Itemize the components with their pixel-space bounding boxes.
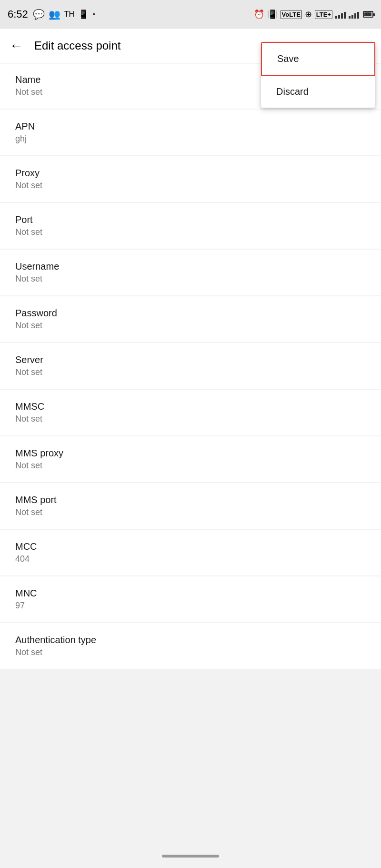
field-item-mms-proxy[interactable]: MMS proxyNot set [0, 436, 381, 482]
field-label: Authentication type [15, 635, 366, 646]
field-value: Not set [15, 507, 366, 517]
field-label: APN [15, 121, 366, 132]
back-button[interactable]: ← [8, 36, 25, 55]
field-item-password[interactable]: PasswordNot set [0, 296, 381, 342]
volte-icon: VoLTE [281, 10, 302, 19]
field-label: Proxy [15, 168, 366, 179]
field-label: Username [15, 261, 366, 272]
dropdown-menu: Save Discard [261, 42, 375, 108]
field-value: 404 [15, 554, 366, 564]
lte-icon: LTE+ [315, 10, 332, 19]
team-icon: 👥 [49, 9, 60, 20]
content-area: NameNot setAPNghjProxyNot setPortNot set… [0, 63, 381, 669]
field-value: ghj [15, 134, 366, 144]
field-item-mms-port[interactable]: MMS portNot set [0, 483, 381, 529]
signal-bars-1 [335, 10, 346, 19]
field-item-authentication-type[interactable]: Authentication typeNot set [0, 623, 381, 669]
field-value: Not set [15, 367, 366, 377]
field-item-proxy[interactable]: ProxyNot set [0, 156, 381, 202]
alarm-icon: ⏰ [254, 9, 264, 20]
signal-bars-2 [349, 10, 359, 19]
discard-menu-item[interactable]: Discard [261, 76, 375, 108]
vibrate-icon: 📳 [267, 9, 278, 20]
nav-pill [162, 855, 219, 858]
gps-icon: ⊕ [305, 9, 312, 20]
field-value: Not set [15, 181, 366, 191]
nav-indicator [0, 844, 381, 868]
field-label: MCC [15, 541, 366, 552]
phone-icon: 📱 [78, 9, 89, 20]
th-label: TH [64, 10, 74, 19]
field-value: 97 [15, 601, 366, 611]
field-item-mmsc[interactable]: MMSCNot set [0, 390, 381, 435]
message-icon: 💬 [33, 9, 45, 20]
save-menu-item[interactable]: Save [261, 42, 375, 76]
field-value: Not set [15, 321, 366, 331]
battery-icon [363, 11, 373, 18]
field-item-mnc[interactable]: MNC97 [0, 576, 381, 622]
field-item-mcc[interactable]: MCC404 [0, 530, 381, 575]
page-title: Edit access point [34, 39, 120, 52]
field-item-port[interactable]: PortNot set [0, 203, 381, 249]
field-value: Not set [15, 461, 366, 471]
status-bar: 6:52 💬 👥 TH 📱 • ⏰ 📳 VoLTE ⊕ LTE+ [0, 0, 381, 29]
field-value: Not set [15, 414, 366, 424]
field-item-server[interactable]: ServerNot set [0, 343, 381, 389]
field-label: Port [15, 214, 366, 225]
field-item-apn[interactable]: APNghj [0, 110, 381, 155]
field-label: MMSC [15, 401, 366, 412]
status-time: 6:52 [8, 8, 28, 20]
notification-dot: • [92, 10, 95, 19]
field-label: MMS proxy [15, 448, 366, 459]
field-label: Server [15, 354, 366, 365]
field-item-username[interactable]: UsernameNot set [0, 250, 381, 295]
field-value: Not set [15, 647, 366, 657]
field-value: Not set [15, 274, 366, 284]
field-label: MNC [15, 588, 366, 599]
field-label: MMS port [15, 495, 366, 505]
field-label: Password [15, 308, 366, 319]
field-value: Not set [15, 227, 366, 237]
